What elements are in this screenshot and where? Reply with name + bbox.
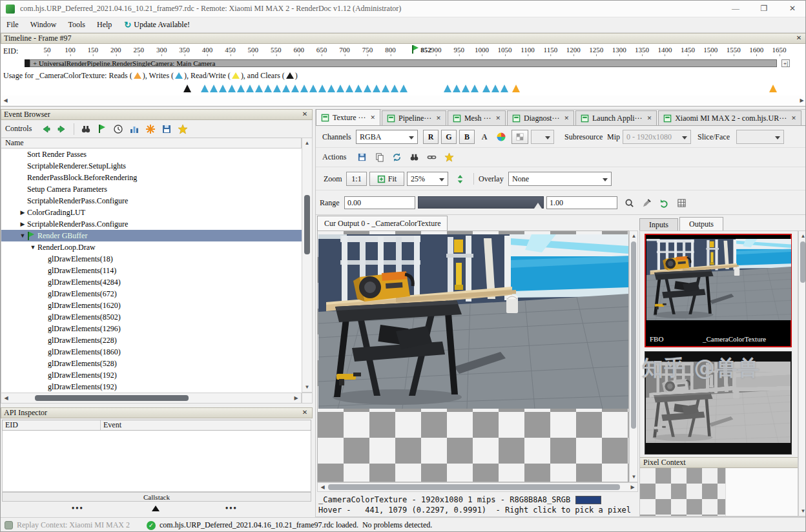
event-row[interactable]: glDrawElements(672) [1,288,302,300]
find-event-icon[interactable] [79,122,93,136]
scroll-left-icon[interactable]: ◀ [1,96,10,105]
texture-viewer-tab[interactable]: Xiaomi MI MAX 2 - com.hjs.UR···✕ [658,110,801,125]
pixel-picker-icon[interactable] [639,196,654,210]
step-back-icon[interactable] [39,122,53,136]
event-marker-icon[interactable] [391,85,398,92]
timeline-close-icon[interactable]: ✕ [794,34,803,43]
event-marker-icon[interactable] [453,85,460,92]
step-forward-icon[interactable] [55,122,69,136]
scroll-right-icon[interactable]: ▶ [292,394,300,402]
output-thumbnail-color[interactable]: FBO _CameraColorTexture [645,234,792,347]
event-marker-icon[interactable] [462,85,470,92]
event-row[interactable]: glDrawElements(1296) [1,323,302,334]
event-marker-icon[interactable] [300,85,308,92]
event-column-label[interactable]: Event [101,420,311,430]
event-row[interactable]: ScriptableRenderPass.Configure [1,195,302,207]
save-texture-icon[interactable] [355,150,369,165]
texture-viewer-tab[interactable]: Diagnost···✕ [507,110,574,125]
tree-expand-icon[interactable]: ▶ [18,209,27,216]
event-row[interactable]: glDrawElements(1620) [1,300,302,311]
timing-clock-icon[interactable] [111,122,125,136]
event-marker-icon[interactable] [512,85,520,92]
blue-channel-button[interactable]: B [459,130,475,144]
range-slider-handle[interactable] [534,203,542,209]
scroll-up-icon[interactable]: ▲ [799,232,806,240]
scroll-right-icon[interactable]: ▶ [628,483,637,491]
event-row[interactable]: glDrawElements(528) [1,358,302,369]
event-row[interactable]: glDrawElements(228) [1,334,302,346]
bookmark-flag-icon[interactable] [95,122,109,136]
range-max-input[interactable]: 1.00 [546,196,617,209]
scrollbar-thumb[interactable] [304,195,310,254]
tree-expand-icon[interactable]: ▼ [28,244,37,251]
event-marker-icon[interactable] [237,85,245,92]
zoom-level-combo[interactable]: 25% [407,172,448,186]
event-marker-icon[interactable] [444,85,451,92]
event-marker-icon[interactable] [255,85,263,92]
goto-resource-icon[interactable] [389,150,404,165]
menu-window[interactable]: Window [25,17,63,33]
timeline-bar-end-cap[interactable]: +| [781,59,790,67]
histogram-grid-icon[interactable] [674,196,688,210]
tree-expand-icon[interactable]: ▼ [18,232,27,239]
event-row[interactable]: Sort Render Passes [1,148,302,160]
event-row[interactable]: glDrawElements(8502) [1,311,302,323]
event-marker-icon[interactable] [471,85,479,92]
event-marker-icon[interactable] [373,85,380,92]
event-marker-icon[interactable] [400,85,408,92]
event-browser-close-icon[interactable]: ✕ [300,110,309,119]
texture-viewer-tab[interactable]: Mesh ···✕ [448,110,506,125]
menu-file[interactable]: File [1,17,25,33]
scrollbar-thumb[interactable] [35,395,189,401]
scroll-down-icon[interactable]: ▼ [630,473,638,481]
timeline-markers[interactable] [1,81,806,94]
range-min-input[interactable]: 0.00 [344,196,415,209]
event-marker-icon[interactable] [246,85,254,92]
mip-combo[interactable]: 0 - 1920x1080 [623,130,691,144]
tab-close-icon[interactable]: ✕ [496,115,501,121]
tab-close-icon[interactable]: ✕ [791,115,796,121]
event-marker-icon[interactable] [364,85,371,92]
event-row[interactable]: ▶ScriptableRenderPass.Configure [1,218,302,230]
event-marker-icon[interactable] [491,85,499,92]
event-marker-icon[interactable] [769,85,777,92]
background-checker-button[interactable] [512,130,528,144]
timeline-ruler[interactable]: EID: 852 5010015020025030035040045050055… [1,44,806,58]
collapse-triangle-icon[interactable] [152,506,160,511]
channels-combo[interactable]: RGBA [356,130,418,144]
pixel-context-view[interactable] [640,468,798,516]
event-row[interactable]: glDrawElements(192) [1,381,302,393]
scroll-down-icon[interactable]: ▼ [799,507,806,515]
tab-close-icon[interactable]: ✕ [370,114,375,121]
event-row[interactable]: ▼RenderLoop.Draw [1,241,302,253]
event-row[interactable]: RenderPassBlock.BeforeRendering [1,172,302,183]
scroll-left-icon[interactable]: ◀ [2,394,10,402]
event-row[interactable]: glDrawElements(18) [1,253,302,265]
gamma-combo[interactable] [531,130,554,144]
event-row[interactable]: glDrawElements(4284) [1,276,302,288]
scroll-left-icon[interactable]: ◀ [318,483,327,491]
timeline-pipeline-bar[interactable]: + UniversalRenderPipeline.RenderSingleCa… [30,59,777,67]
splitter-dots[interactable]: ••• [72,504,84,513]
event-row[interactable]: glDrawElements(1860) [1,346,302,358]
event-row[interactable]: ▼Render GBuffer [1,230,302,241]
scrollbar-thumb[interactable] [800,241,805,283]
event-marker-icon[interactable] [309,85,317,92]
callstack-splitter[interactable]: ••• ••• [2,502,311,515]
event-marker-icon[interactable] [228,85,236,92]
slice-face-combo[interactable] [736,130,784,144]
api-inspector-body[interactable] [2,431,311,492]
tab-close-icon[interactable]: ✕ [647,115,652,121]
scroll-down-icon[interactable]: ▼ [303,383,311,391]
scrollbar-thumb[interactable] [631,241,636,429]
event-marker-icon[interactable] [382,85,389,92]
find-icon[interactable] [407,150,421,165]
event-marker-icon[interactable] [482,85,490,92]
green-channel-button[interactable]: G [441,130,457,144]
event-marker-icon[interactable] [183,85,191,92]
event-browser-column-header[interactable]: Name [1,138,302,148]
event-marker-icon[interactable] [282,85,290,92]
flip-vertical-icon[interactable] [453,172,467,186]
overlay-combo[interactable]: None [508,172,612,186]
range-slider[interactable] [418,196,544,209]
